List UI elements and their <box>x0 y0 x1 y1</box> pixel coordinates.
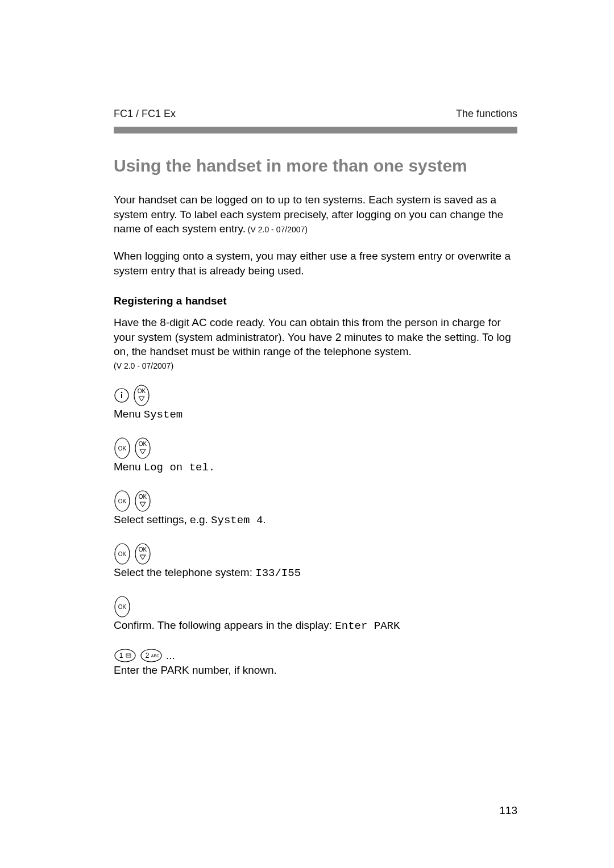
svg-marker-20 <box>140 555 146 560</box>
ok-down-key-icon: OK <box>134 490 151 512</box>
step-4-prefix: Select the telephone system: <box>114 566 255 578</box>
ok-down-key-icon: OK <box>134 542 151 565</box>
subheading-registering: Registering a handset <box>114 295 517 307</box>
svg-text:OK: OK <box>139 441 147 447</box>
step-4-mono: I33/I55 <box>255 567 301 579</box>
step-3: OK OK Select settings, e.g. System 4. <box>114 490 517 527</box>
key-1-icon: 1 <box>114 648 136 663</box>
step-4-icons: OK OK <box>114 542 517 565</box>
step-2-mono: Log on tel. <box>144 461 215 474</box>
key-2-icon: 2ABC <box>140 648 163 663</box>
step-6: 1 2ABC ... Enter the PARK number, if kno… <box>114 648 517 677</box>
step-6-label: Enter the PARK number, if known. <box>114 664 517 677</box>
svg-point-23 <box>115 649 135 662</box>
svg-text:OK: OK <box>138 388 146 394</box>
step-2-icons: OK OK <box>114 437 517 460</box>
intro-paragraph-1: Your handset can be logged on to up to t… <box>114 193 517 236</box>
step-5-icons: OK <box>114 595 517 618</box>
intro-text-1: Your handset can be logged on to up to t… <box>114 194 503 235</box>
svg-text:1: 1 <box>119 652 123 660</box>
step-3-label: Select settings, e.g. System 4. <box>114 514 517 527</box>
register-note: (V 2.0 - 07/2007) <box>114 361 517 370</box>
ok-key-icon: OK <box>114 542 131 565</box>
step-5-mono: Enter PARK <box>335 620 400 632</box>
step-5: OK Confirm. The following appears in the… <box>114 595 517 632</box>
step-3-mono: System 4 <box>211 514 263 527</box>
header-divider <box>114 127 517 133</box>
step-6-dots: ... <box>166 649 175 662</box>
header-row: FC1 / FC1 Ex The functions <box>114 108 517 120</box>
step-3-suffix: . <box>263 514 265 525</box>
register-paragraph: Have the 8-digit AC code ready. You can … <box>114 315 517 359</box>
intro-paragraph-2: When logging onto a system, you may eith… <box>114 249 517 278</box>
svg-text:OK: OK <box>118 498 127 504</box>
step-1-mono: System <box>144 408 182 421</box>
ok-key-icon: OK <box>114 437 131 460</box>
svg-marker-5 <box>139 397 144 401</box>
intro-note-1: (V 2.0 - 07/2007) <box>246 225 308 234</box>
step-1: OK Menu System <box>114 384 517 421</box>
svg-text:OK: OK <box>118 551 127 557</box>
svg-text:OK: OK <box>139 546 147 553</box>
ok-key-icon: OK <box>114 490 131 512</box>
step-2: OK OK Menu Log on tel. <box>114 437 517 474</box>
step-6-icons: 1 2ABC ... <box>114 648 517 663</box>
step-1-label: Menu System <box>114 408 517 421</box>
step-4-label: Select the telephone system: I33/I55 <box>114 566 517 579</box>
step-1-icons: OK <box>114 384 517 407</box>
header-right: The functions <box>456 108 517 120</box>
svg-rect-2 <box>121 394 122 398</box>
info-key-icon <box>114 387 130 403</box>
svg-marker-15 <box>140 502 146 507</box>
page-number: 113 <box>499 804 517 817</box>
step-2-label: Menu Log on tel. <box>114 461 517 474</box>
step-4: OK OK Select the telephone system: I33/I… <box>114 542 517 579</box>
ok-down-key-icon: OK <box>133 384 150 407</box>
step-2-prefix: Menu <box>114 461 144 473</box>
svg-text:OK: OK <box>118 604 127 610</box>
ok-key-icon: OK <box>114 595 131 618</box>
svg-text:OK: OK <box>118 445 127 452</box>
page-title: Using the handset in more than one syste… <box>114 156 517 176</box>
svg-text:2: 2 <box>146 652 150 660</box>
header-left: FC1 / FC1 Ex <box>114 108 176 120</box>
svg-text:OK: OK <box>139 494 147 500</box>
svg-text:ABC: ABC <box>151 654 159 658</box>
step-3-prefix: Select settings, e.g. <box>114 514 211 525</box>
svg-point-1 <box>121 392 123 394</box>
step-3-icons: OK OK <box>114 490 517 512</box>
step-1-prefix: Menu <box>114 408 144 420</box>
ok-down-key-icon: OK <box>134 437 151 460</box>
step-5-prefix: Confirm. The following appears in the di… <box>114 619 335 631</box>
svg-marker-10 <box>140 449 146 454</box>
step-5-label: Confirm. The following appears in the di… <box>114 619 517 632</box>
page: FC1 / FC1 Ex The functions Using the han… <box>0 0 614 868</box>
